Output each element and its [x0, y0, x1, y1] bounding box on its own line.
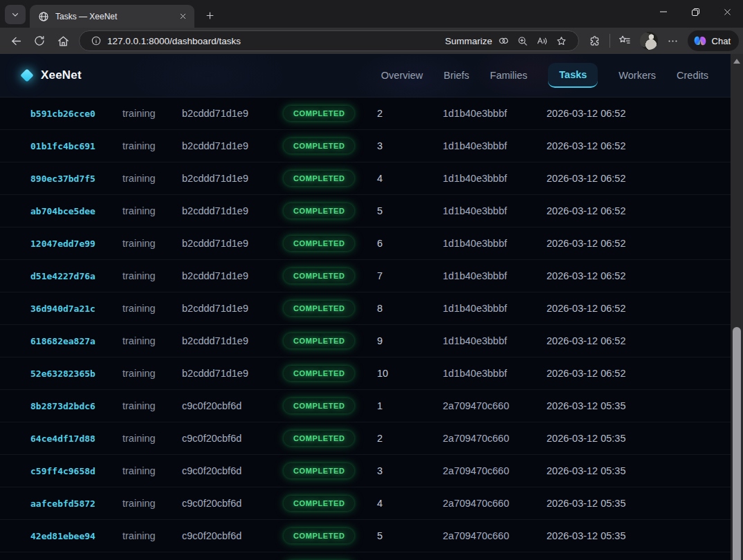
restore-button[interactable]: [679, 0, 711, 24]
close-button[interactable]: [711, 0, 743, 24]
task-worker-cell: 1d1b40e3bbbf: [443, 140, 547, 151]
tab-search-button[interactable]: [5, 5, 26, 24]
task-family-cell: c9c0f20cbf6d: [182, 465, 284, 476]
status-badge: COMPLETED: [284, 301, 354, 316]
status-badge: COMPLETED: [284, 463, 354, 478]
page-scrollbar[interactable]: [731, 54, 743, 560]
task-worker-cell: 1d1b40e3bbbf: [443, 368, 547, 379]
table-row[interactable]: 64ce4df17d88 training c9c0f20cbf6d COMPL…: [0, 422, 743, 455]
task-status-cell: COMPLETED: [284, 236, 377, 251]
table-row[interactable]: b591cb26cce0 training b2cddd71d1e9 COMPL…: [0, 97, 743, 130]
task-type-cell: training: [122, 400, 182, 411]
nav-item-credits[interactable]: Credits: [677, 64, 708, 87]
zoom-in-icon[interactable]: [513, 32, 533, 50]
table-row[interactable]: COMPLETED: [0, 552, 743, 560]
nav-item-tasks[interactable]: Tasks: [548, 63, 598, 88]
task-id-link[interactable]: 8b2873d2bdc6: [30, 401, 122, 411]
table-row[interactable]: 890ec37bd7f5 training b2cddd71d1e9 COMPL…: [0, 162, 743, 195]
address-bar[interactable]: 127.0.0.1:8000/dashboard/tasks Summarize: [79, 30, 579, 51]
table-row[interactable]: 42ed81ebee94 training c9c0f20cbf6d COMPL…: [0, 520, 743, 552]
favorite-star-icon[interactable]: [552, 32, 571, 50]
task-seq-cell: 4: [377, 173, 443, 184]
favorites-hub-button[interactable]: [613, 30, 636, 51]
brand[interactable]: XeeNet: [22, 68, 82, 82]
tab-close-icon[interactable]: [176, 10, 189, 23]
minimize-button[interactable]: [648, 0, 679, 24]
scrollbar-thumb[interactable]: [733, 327, 741, 560]
task-worker-cell: 1d1b40e3bbbf: [443, 108, 547, 119]
address-bar-actions: Summarize: [445, 32, 571, 50]
task-id-link[interactable]: 01b1fc4bc691: [30, 141, 122, 151]
task-id-link[interactable]: ab704bce5dee: [30, 206, 122, 216]
task-seq-cell: 5: [377, 205, 443, 216]
task-family-cell: c9c0f20cbf6d: [182, 400, 284, 411]
task-id-link[interactable]: aafcebfd5872: [30, 498, 122, 509]
new-tab-button[interactable]: [200, 6, 219, 25]
table-row[interactable]: 8b2873d2bdc6 training c9c0f20cbf6d COMPL…: [0, 390, 743, 422]
task-id-link[interactable]: 890ec37bd7f5: [30, 174, 122, 184]
scrollbar-up-arrow-icon[interactable]: [733, 59, 740, 64]
back-arrow-icon: [10, 35, 23, 48]
task-id-link[interactable]: 42ed81ebee94: [30, 531, 122, 541]
url-text[interactable]: 127.0.0.1:8000/dashboard/tasks: [107, 36, 241, 46]
task-status-cell: COMPLETED: [284, 463, 377, 478]
chevron-down-icon: [10, 10, 20, 19]
task-worker-cell: 1d1b40e3bbbf: [443, 303, 547, 314]
task-id-link[interactable]: 64ce4df17d88: [30, 433, 122, 444]
task-seq-cell: 5: [377, 530, 443, 541]
task-id-link[interactable]: d51e4227d76a: [30, 271, 122, 281]
read-aloud-icon[interactable]: [533, 32, 552, 50]
table-row[interactable]: 52e63282365b training b2cddd71d1e9 COMPL…: [0, 357, 743, 390]
table-row[interactable]: 618682ea827a training b2cddd71d1e9 COMPL…: [0, 325, 743, 357]
task-worker-cell: 2a709470c660: [443, 530, 547, 541]
task-created-cell: 2026-03-12 05:35: [547, 400, 743, 411]
browser-tab[interactable]: Tasks — XeeNet: [30, 5, 194, 28]
table-row[interactable]: 36d940d7a21c training b2cddd71d1e9 COMPL…: [0, 292, 743, 325]
copilot-logo-icon: [693, 34, 707, 48]
task-created-cell: 2026-03-12 06:52: [547, 335, 743, 346]
nav-item-families[interactable]: Families: [490, 64, 527, 87]
profile-avatar[interactable]: [640, 32, 658, 50]
nav-item-workers[interactable]: Workers: [618, 64, 656, 87]
minimize-icon: [659, 8, 668, 16]
home-button[interactable]: [51, 30, 75, 51]
table-row[interactable]: 01b1fc4bc691 training b2cddd71d1e9 COMPL…: [0, 130, 743, 162]
task-created-cell: 2026-03-12 06:52: [547, 205, 743, 216]
task-id-link[interactable]: 52e63282365b: [30, 368, 122, 379]
back-button[interactable]: [4, 30, 28, 51]
task-seq-cell: 10: [377, 368, 443, 379]
task-type-cell: training: [122, 270, 182, 281]
extensions-button[interactable]: [583, 30, 607, 51]
task-created-cell: 2026-03-12 06:52: [547, 270, 743, 281]
home-icon: [57, 35, 70, 48]
nav-item-overview[interactable]: Overview: [381, 64, 423, 87]
status-badge: COMPLETED: [284, 366, 354, 381]
status-badge: COMPLETED: [284, 496, 354, 511]
site-info-icon[interactable]: [86, 32, 106, 50]
status-badge: COMPLETED: [284, 171, 354, 186]
status-badge: COMPLETED: [284, 236, 354, 251]
task-status-cell: COMPLETED: [284, 431, 377, 446]
task-worker-cell: 1d1b40e3bbbf: [443, 270, 547, 281]
task-id-link[interactable]: b591cb26cce0: [30, 109, 122, 119]
chat-label: Chat: [712, 36, 731, 46]
task-seq-cell: 3: [377, 465, 443, 476]
task-family-cell: b2cddd71d1e9: [182, 335, 284, 346]
table-row[interactable]: aafcebfd5872 training c9c0f20cbf6d COMPL…: [0, 487, 743, 520]
summarize-button[interactable]: Summarize: [445, 32, 513, 50]
task-id-link[interactable]: 12047edd7e99: [30, 239, 122, 249]
task-created-cell: 2026-03-12 06:52: [547, 238, 743, 249]
nav-item-briefs[interactable]: Briefs: [443, 64, 469, 87]
table-row[interactable]: c59ff4c9658d training c9c0f20cbf6d COMPL…: [0, 455, 743, 487]
table-row[interactable]: d51e4227d76a training b2cddd71d1e9 COMPL…: [0, 260, 743, 292]
table-row[interactable]: 12047edd7e99 training b2cddd71d1e9 COMPL…: [0, 227, 743, 260]
copilot-chat-button[interactable]: Chat: [688, 30, 739, 51]
more-menu-button[interactable]: [661, 30, 685, 51]
refresh-button[interactable]: [28, 30, 51, 51]
task-id-link[interactable]: c59ff4c9658d: [30, 466, 122, 476]
task-created-cell: 2026-03-12 05:35: [547, 433, 743, 444]
table-row[interactable]: ab704bce5dee training b2cddd71d1e9 COMPL…: [0, 195, 743, 227]
task-id-link[interactable]: 36d940d7a21c: [30, 304, 122, 314]
task-status-cell: COMPLETED: [284, 106, 377, 121]
task-id-link[interactable]: 618682ea827a: [30, 336, 122, 346]
